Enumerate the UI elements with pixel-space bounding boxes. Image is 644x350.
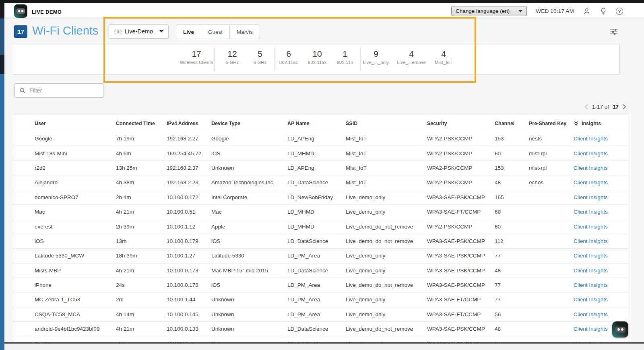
cell-ssid: Live_demo_only (346, 296, 427, 303)
col-ssid[interactable]: SSID (346, 121, 427, 126)
cell-connected-time: 13m (116, 238, 167, 244)
cell-user: r2d2 (35, 165, 116, 171)
cell-security: WPA3-SAE-PSK/CCMP (427, 194, 495, 200)
cell-device-type: Mac MBP 15" mid 2015 (211, 268, 287, 274)
cell-ap-name: LD_DataScience (287, 238, 346, 244)
clients-table: User Connected Time IPv4 Address Device … (13, 113, 629, 350)
client-insights-link[interactable]: Client Insights (574, 179, 608, 185)
col-security[interactable]: Security (427, 121, 495, 126)
cell-pre-shared-key: echos (529, 179, 574, 185)
cell-security: WPA3-SAE-PSK/CCMP (427, 238, 495, 244)
cell-ipv4: 10.100.0.51 (167, 209, 211, 215)
client-insights-link[interactable]: Client Insights (574, 150, 608, 156)
mist-logo[interactable] (14, 4, 27, 18)
nav-strip-segment-active[interactable] (0, 55, 4, 74)
client-insights-link[interactable]: Client Insights (574, 238, 608, 244)
page-title: Wi-Fi Clients (32, 24, 98, 37)
cell-ipv4: 10.100.1.27 (167, 253, 211, 259)
change-language-label: Change language (en) (456, 8, 510, 14)
account-button[interactable] (583, 7, 591, 15)
cell-ssid: Mist_IoT (346, 165, 427, 171)
table-settings-button[interactable] (609, 29, 618, 37)
stat-6ghz: 56 GHz (244, 49, 276, 65)
client-insights-link[interactable]: Client Insights (574, 224, 608, 230)
cell-connected-time: 2h 39m (116, 224, 167, 230)
double-chevron-down-icon[interactable] (574, 121, 579, 126)
cell-connected-time: 2m (116, 296, 167, 303)
col-ap-name[interactable]: AP Name (287, 121, 346, 126)
cell-user: everest (35, 224, 116, 230)
bottom-gutter (4, 344, 644, 350)
cell-channel: 165 (495, 194, 529, 200)
cell-connected-time: 7h 19m (116, 136, 167, 142)
stat-80211ax: 10802.11ax (301, 49, 333, 65)
prev-page-button[interactable] (584, 104, 588, 110)
filter-input[interactable] (14, 83, 103, 98)
col-channel[interactable]: Channel (495, 121, 529, 126)
table-row: Mac 4h 21m 10.100.0.51 Mac LD_MHMD Live_… (13, 204, 629, 219)
nav-strip-segment[interactable] (0, 3, 4, 19)
cell-ipv4: 10.100.1.44 (167, 296, 211, 303)
cell-security: WPA2-PSK/CCMP (427, 150, 495, 156)
cell-channel: 48 (495, 268, 529, 274)
cell-channel: 60 (495, 150, 529, 156)
search-icon (19, 87, 26, 94)
col-ipv4[interactable]: IPv4 Address (167, 121, 211, 126)
cell-security: WPA2-PSK/CCMP (427, 224, 495, 230)
table-row: Mist-18s-Mini 4h 6m 169.254.45.72 iOS LD… (13, 146, 629, 160)
cell-channel: 56 (495, 311, 529, 317)
col-connected-time[interactable]: Connected Time (116, 121, 167, 126)
client-insights-link[interactable]: Client Insights (574, 136, 608, 142)
stat-ssid-live-demo-do-not-remove: 4Live_...emove (394, 49, 429, 65)
cell-device-type: Unknown (211, 296, 287, 303)
stat-divider (214, 47, 215, 71)
cell-ipv4: 10.100.0.172 (167, 194, 211, 200)
marvis-chat-button[interactable] (612, 321, 628, 338)
help-button[interactable]: ? (616, 8, 623, 15)
pagination-total: 17 (613, 104, 619, 110)
cell-user: Mac (35, 209, 116, 215)
table-row: r2d2 13h 25m 192.168.2.37 Unknown LD_APE… (13, 161, 629, 175)
pagination-range: 1-17 of (592, 104, 609, 110)
client-insights-link[interactable]: Client Insights (574, 268, 608, 274)
client-insights-link[interactable]: Client Insights (574, 209, 608, 215)
client-insights-link[interactable]: Client Insights (574, 165, 608, 171)
cell-ipv4: 192.168.2.23 (167, 179, 211, 185)
cell-user: iPhone (35, 282, 116, 288)
cell-pre-shared-key: mist-rpi (529, 165, 574, 171)
nav-strip-segment[interactable] (0, 19, 4, 55)
cell-device-type: Unknown (211, 165, 287, 171)
client-insights-link[interactable]: Client Insights (574, 253, 608, 259)
client-insights-link[interactable]: Client Insights (574, 282, 608, 288)
client-insights-link[interactable]: Client Insights (574, 326, 608, 332)
cell-user: MC-Zebra-1_TC53 (35, 296, 116, 303)
tab-live[interactable]: Live (176, 25, 201, 39)
cell-ipv4: 10.100.0.179 (167, 238, 211, 244)
nav-strip-segment[interactable] (0, 74, 4, 350)
client-insights-link[interactable]: Client Insights (574, 194, 608, 200)
cell-ssid: Mist_IoT (346, 150, 427, 156)
cell-connected-time: 4h 21m (116, 326, 167, 332)
col-device-type[interactable]: Device Type (211, 121, 287, 126)
whats-new-button[interactable] (600, 7, 607, 15)
client-insights-link[interactable]: Client Insights (574, 296, 608, 303)
cell-ap-name: LD_PM_Area (287, 253, 346, 259)
col-user[interactable]: User (35, 121, 116, 126)
cell-ssid: Live_demo_do_not_remove (346, 238, 427, 244)
cell-pre-shared-key: mist-rpi (529, 150, 574, 156)
sliders-icon (609, 29, 618, 35)
tab-marvis[interactable]: Marvis (229, 25, 260, 39)
client-insights-link[interactable]: Client Insights (574, 311, 608, 317)
change-language-button[interactable]: Change language (en) (451, 6, 527, 16)
question-mark-icon: ? (616, 8, 623, 15)
cell-device-type: iOS (211, 238, 287, 244)
cell-ssid: Live_demo_do_not_remove (346, 282, 427, 288)
next-page-button[interactable] (622, 104, 626, 110)
cell-ipv4: 10.100.1.12 (167, 224, 211, 230)
site-selector[interactable]: site Live-Demo (109, 24, 169, 39)
cell-channel: 112 (495, 238, 529, 244)
cell-ssid: Live_demo_do_not_remove (346, 326, 427, 332)
cell-device-type: Apple (211, 224, 287, 230)
tab-guest[interactable]: Guest (201, 25, 229, 39)
col-pre-shared-key[interactable]: Pre-Shared Key (529, 121, 574, 126)
